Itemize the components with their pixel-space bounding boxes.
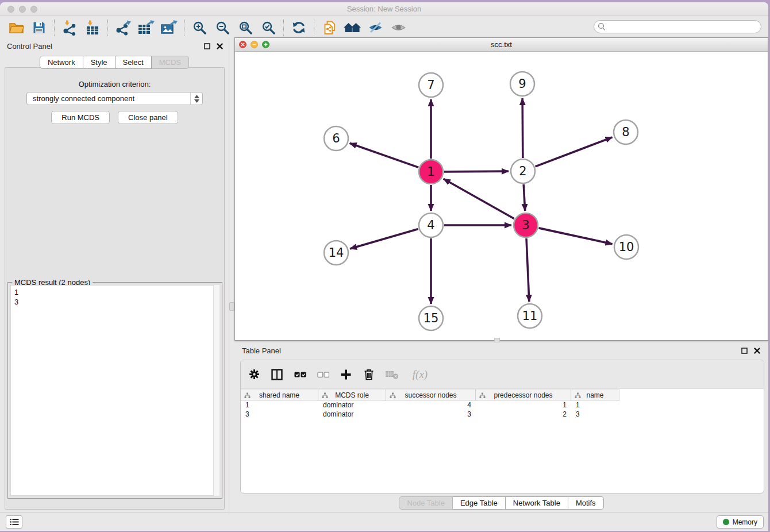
fx-label: f(x) [413, 368, 428, 381]
horizontal-splitter-handle[interactable] [494, 338, 500, 342]
tab-edge-table[interactable]: Edge Table [453, 496, 506, 510]
deselect-all-icon[interactable] [315, 367, 330, 382]
edge-3-10[interactable] [538, 228, 612, 244]
table-row[interactable]: 3dominator323 [241, 410, 619, 419]
add-row-icon[interactable] [338, 367, 353, 382]
table-settings-icon[interactable] [247, 367, 261, 382]
table-cell[interactable]: 1 [571, 400, 619, 410]
zoom-fit-icon[interactable] [234, 18, 257, 37]
select-stepper-icon [190, 92, 202, 105]
table-cell[interactable]: 3 [386, 410, 476, 419]
table-cell[interactable]: 3 [241, 410, 318, 419]
graph-node-6[interactable]: 6 [324, 126, 348, 151]
table-cell[interactable]: 4 [386, 400, 476, 410]
edge-2-3[interactable] [523, 184, 525, 211]
save-session-icon[interactable] [28, 18, 51, 37]
control-panel-title: Control Panel [7, 42, 52, 51]
refresh-icon[interactable] [287, 18, 310, 37]
network-frame: scc.txt 7968124314101511 [234, 37, 768, 341]
float-panel-icon[interactable] [741, 348, 748, 354]
tab-style[interactable]: Style [83, 56, 116, 69]
export-image-icon[interactable] [157, 18, 180, 37]
network-canvas[interactable]: 7968124314101511 [235, 52, 768, 340]
column-header-MCDS-role[interactable]: MCDS role [318, 390, 386, 401]
vertical-splitter-handle[interactable] [229, 302, 234, 311]
graph-node-11[interactable]: 11 [518, 304, 542, 328]
column-header-predecessor-nodes[interactable]: predecessor nodes [476, 390, 571, 401]
select-all-icon[interactable] [292, 367, 307, 382]
edge-3-11[interactable] [526, 238, 529, 302]
graph-node-3[interactable]: 3 [514, 213, 538, 237]
column-header-successor-nodes[interactable]: successor nodes [386, 390, 476, 401]
home-icon[interactable] [341, 18, 364, 37]
table-cell[interactable]: 3 [571, 410, 619, 419]
import-network-icon[interactable] [58, 18, 81, 37]
graph-node-7[interactable]: 7 [419, 73, 443, 97]
table-cell[interactable]: 1 [476, 400, 571, 410]
minimize-window-icon[interactable] [19, 6, 26, 13]
graph-node-4[interactable]: 4 [419, 213, 443, 237]
import-table-icon[interactable] [81, 18, 104, 37]
function-builder-icon[interactable]: f(x) [407, 367, 433, 382]
clone-network-icon[interactable] [318, 18, 341, 37]
tab-network-table[interactable]: Network Table [506, 496, 568, 510]
tab-motifs[interactable]: Motifs [568, 496, 604, 510]
delete-row-icon[interactable] [361, 367, 376, 382]
split-panel-icon[interactable] [270, 367, 284, 382]
edge-4-14[interactable] [350, 229, 418, 249]
memory-button[interactable]: Memory [717, 515, 764, 529]
zoom-out-icon[interactable] [211, 18, 234, 37]
column-header-name[interactable]: name [571, 390, 619, 401]
graph-node-14[interactable]: 14 [324, 241, 348, 265]
mcds-result-text[interactable]: 1 3 [10, 285, 220, 496]
criterion-select[interactable]: strongly connected component [26, 92, 203, 105]
open-session-icon[interactable] [5, 18, 28, 37]
graph-node-15[interactable]: 15 [419, 306, 443, 330]
table-cell[interactable]: 1 [241, 400, 318, 410]
table-cell[interactable]: dominator [318, 410, 386, 419]
search-input[interactable] [594, 20, 761, 33]
close-panel-icon[interactable] [217, 43, 223, 49]
graph-node-9[interactable]: 9 [510, 72, 534, 96]
svg-text:15: 15 [424, 311, 439, 325]
tab-select[interactable]: Select [116, 56, 152, 69]
table-cell[interactable]: 2 [476, 410, 571, 419]
edge-1-6[interactable] [350, 143, 419, 167]
float-panel-icon[interactable] [204, 43, 210, 49]
delete-table-icon[interactable] [384, 367, 399, 382]
show-eye-icon[interactable] [387, 18, 410, 37]
result-scrollbar[interactable] [213, 285, 220, 496]
graph-node-2[interactable]: 2 [511, 159, 535, 183]
close-window-icon[interactable] [7, 6, 14, 13]
run-mcds-button[interactable]: Run MCDS [51, 111, 110, 124]
zoom-in-icon[interactable] [188, 18, 211, 37]
tab-mcds[interactable]: MCDS [152, 56, 189, 69]
graph-node-1[interactable]: 1 [419, 160, 443, 184]
memory-status-icon [723, 519, 729, 525]
close-panel-button[interactable]: Close panel [118, 111, 178, 124]
toolbar-separator [314, 20, 314, 36]
hide-eye-icon[interactable] [364, 18, 387, 37]
table-cell[interactable]: dominator [318, 400, 386, 410]
close-panel-icon[interactable] [754, 348, 760, 354]
edge-2-9[interactable] [522, 98, 523, 158]
task-history-button[interactable] [6, 515, 22, 529]
tab-node-table[interactable]: Node Table [399, 496, 453, 510]
graph-node-8[interactable]: 8 [614, 120, 638, 144]
traffic-lights[interactable] [7, 6, 37, 13]
export-table-icon[interactable] [134, 18, 157, 37]
frame-close-icon[interactable] [239, 41, 247, 48]
tab-network[interactable]: Network [40, 56, 83, 69]
column-header-shared-name[interactable]: shared name [241, 390, 318, 401]
network-frame-titlebar[interactable]: scc.txt [235, 38, 768, 52]
table-row[interactable]: 1dominator411 [241, 400, 619, 410]
graph-node-10[interactable]: 10 [614, 235, 638, 259]
zoom-window-icon[interactable] [30, 6, 37, 13]
frame-maximize-icon[interactable] [262, 41, 270, 48]
edge-1-2[interactable] [444, 171, 509, 172]
frame-minimize-icon[interactable] [251, 41, 258, 48]
edge-2-8[interactable] [536, 137, 613, 167]
edge-3-1[interactable] [444, 179, 514, 218]
export-network-icon[interactable] [111, 18, 134, 37]
zoom-selected-icon[interactable] [257, 18, 280, 37]
